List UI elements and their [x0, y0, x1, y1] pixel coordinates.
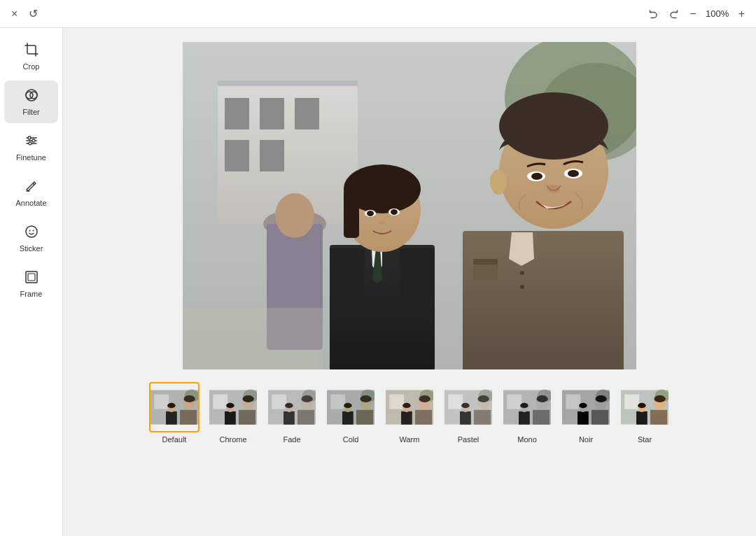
- undo-button[interactable]: ↺: [26, 4, 41, 23]
- svg-rect-40: [463, 231, 624, 369]
- svg-rect-130: [636, 411, 648, 425]
- svg-rect-111: [507, 395, 522, 409]
- svg-point-60: [167, 403, 176, 408]
- svg-rect-124: [592, 410, 608, 425]
- svg-rect-20: [295, 98, 319, 129]
- svg-rect-102: [448, 395, 463, 409]
- svg-point-6: [28, 136, 31, 139]
- svg-point-7: [32, 139, 35, 142]
- svg-rect-121: [578, 411, 589, 425]
- svg-rect-79: [298, 410, 314, 425]
- filter-item-noir[interactable]: Noir: [556, 382, 615, 444]
- svg-rect-93: [389, 395, 404, 409]
- svg-point-10: [29, 230, 30, 232]
- svg-point-72: [242, 395, 253, 402]
- sidebar-item-filter[interactable]: Filter: [4, 80, 58, 123]
- filter-label-star: Star: [638, 435, 652, 444]
- filter-item-chrome[interactable]: Chrome: [204, 382, 262, 444]
- filter-thumb-warm: [384, 382, 435, 432]
- svg-point-9: [26, 226, 37, 237]
- svg-point-123: [579, 403, 587, 408]
- sidebar-item-annotate-label: Annotate: [15, 199, 46, 207]
- svg-marker-31: [400, 248, 435, 308]
- svg-point-53: [490, 169, 507, 195]
- svg-marker-30: [330, 248, 365, 308]
- svg-rect-97: [415, 410, 432, 425]
- sidebar-item-annotate[interactable]: Annotate: [4, 171, 58, 214]
- filter-item-mono[interactable]: Mono: [498, 382, 556, 444]
- svg-point-126: [595, 395, 606, 402]
- filter-item-cold[interactable]: Cold: [321, 382, 380, 444]
- image-container: [183, 42, 636, 369]
- svg-rect-112: [519, 411, 530, 425]
- crop-icon: [24, 42, 39, 59]
- svg-point-87: [344, 403, 352, 408]
- svg-rect-58: [166, 411, 177, 425]
- svg-rect-66: [213, 395, 227, 409]
- undo-icon: [648, 8, 659, 20]
- svg-rect-42: [473, 259, 498, 265]
- filter-item-default[interactable]: Default: [145, 382, 204, 444]
- canvas-area: Default Chrome Fade: [63, 28, 756, 536]
- filter-label-mono: Mono: [517, 435, 537, 444]
- svg-point-50: [531, 173, 542, 180]
- svg-point-37: [367, 211, 374, 216]
- filter-label-cold: Cold: [343, 435, 359, 444]
- top-toolbar: × ↺ − 100% +: [0, 0, 756, 28]
- sidebar-item-frame[interactable]: Frame: [4, 262, 58, 305]
- filter-thumb-noir: [561, 382, 611, 432]
- svg-rect-22: [260, 140, 284, 171]
- zoom-out-button[interactable]: −: [687, 5, 699, 23]
- svg-point-99: [419, 395, 430, 402]
- svg-rect-103: [460, 411, 471, 425]
- svg-rect-84: [330, 395, 345, 409]
- toolbar-left: × ↺: [8, 4, 41, 23]
- filter-label-chrome: Chrome: [219, 435, 246, 444]
- svg-rect-94: [401, 411, 412, 425]
- sidebar-item-sticker[interactable]: Sticker: [4, 217, 58, 260]
- zoom-level: 100%: [704, 8, 732, 19]
- svg-point-117: [536, 395, 547, 402]
- svg-rect-106: [474, 410, 491, 425]
- svg-rect-23: [218, 80, 358, 86]
- svg-point-114: [520, 403, 528, 408]
- sidebar-item-crop[interactable]: Crop: [4, 35, 58, 78]
- svg-point-135: [654, 395, 665, 402]
- redo-icon-button[interactable]: [666, 6, 682, 22]
- svg-rect-88: [356, 410, 373, 425]
- filter-thumb-star: [620, 382, 670, 432]
- svg-point-44: [520, 271, 524, 275]
- sidebar-item-filter-label: Filter: [22, 108, 39, 116]
- main-photo: [183, 42, 636, 369]
- svg-point-8: [29, 142, 31, 145]
- svg-rect-67: [225, 411, 236, 425]
- filter-label-noir: Noir: [579, 435, 593, 444]
- close-button[interactable]: ×: [8, 5, 20, 23]
- undo-icon-button[interactable]: [645, 6, 662, 22]
- svg-point-0: [26, 90, 37, 101]
- svg-rect-120: [566, 395, 580, 409]
- main-area: Crop Filter: [0, 28, 756, 536]
- svg-point-105: [461, 403, 470, 408]
- svg-marker-43: [509, 232, 534, 266]
- svg-point-38: [391, 209, 398, 215]
- svg-point-39: [379, 220, 386, 225]
- filter-thumb-default: [149, 382, 200, 432]
- redo-icon: [668, 8, 680, 20]
- sticker-icon: [24, 224, 39, 241]
- filter-label-pastel: Pastel: [458, 435, 479, 444]
- filter-item-pastel[interactable]: Pastel: [439, 382, 498, 444]
- svg-point-78: [285, 403, 293, 408]
- svg-point-2: [30, 92, 37, 99]
- svg-point-69: [226, 403, 234, 408]
- filter-thumb-fade: [267, 382, 317, 432]
- svg-rect-61: [180, 410, 197, 425]
- sidebar-item-finetune[interactable]: Finetune: [4, 126, 58, 169]
- zoom-in-button[interactable]: +: [736, 5, 748, 23]
- filter-item-warm[interactable]: Warm: [380, 382, 439, 444]
- filter-item-fade[interactable]: Fade: [262, 382, 321, 444]
- annotate-icon: [24, 178, 39, 196]
- svg-rect-18: [225, 98, 249, 129]
- filter-item-star[interactable]: Star: [615, 382, 674, 444]
- svg-rect-21: [225, 140, 249, 171]
